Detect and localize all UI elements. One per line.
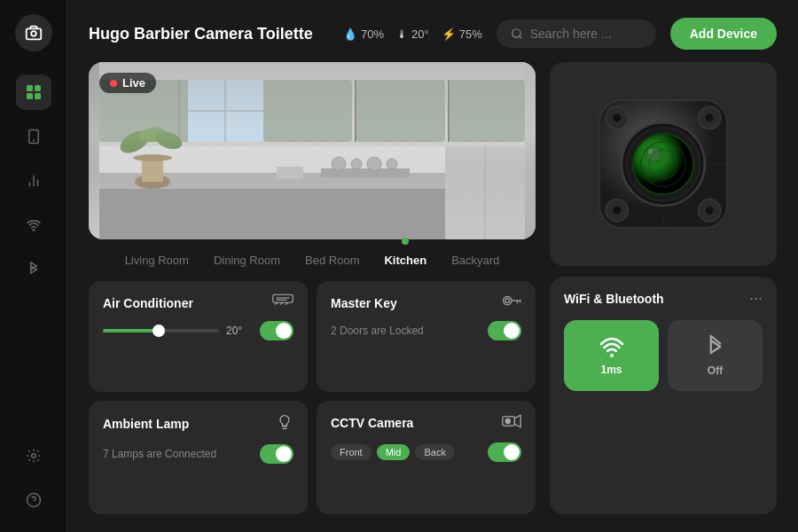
svg-marker-59 (514, 415, 520, 427)
search-input[interactable] (530, 27, 637, 41)
air-conditioner-icon (272, 293, 293, 312)
ac-slider-fill (103, 329, 155, 332)
svg-point-81 (610, 354, 614, 357)
ac-slider-track[interactable] (103, 329, 219, 332)
cctv-tags: Front Mid Back (331, 444, 455, 460)
svg-point-66 (613, 113, 621, 121)
ac-slider-row: 20° (103, 321, 293, 340)
tab-living-room[interactable]: Living Room (125, 250, 189, 270)
sidebar (0, 0, 67, 532)
air-conditioner-card: Air Conditioner (89, 281, 308, 392)
ambient-lamp-card: Ambient Lamp 7 Lamps are Connected (89, 401, 308, 515)
cctv-camera-card: CCTV Camera Front Mid (317, 401, 536, 515)
tab-dining-room[interactable]: Dining Room (214, 250, 280, 270)
add-device-button[interactable]: Add Device (670, 18, 777, 50)
air-conditioner-name: Air Conditioner (103, 296, 193, 310)
sidebar-item-charts[interactable] (16, 163, 51, 199)
tab-backyard[interactable]: Backyard (451, 250, 499, 270)
cctv-camera-header: CCTV Camera (331, 413, 521, 434)
svg-point-52 (505, 299, 510, 303)
camera-display (550, 62, 777, 266)
video-feed: Live (89, 62, 536, 239)
ac-slider-thumb[interactable] (153, 325, 165, 337)
temp-value: 20° (411, 27, 429, 41)
left-panel: Live Living Room Dining Room Bed Room Ki… (89, 62, 536, 514)
humidity-icon: 💧 (343, 27, 357, 41)
wifi-bt-title: WiFi & Bluetooth (564, 292, 664, 306)
search-icon (511, 27, 523, 40)
cctv-tag-front[interactable]: Front (331, 444, 372, 460)
sidebar-logo (15, 14, 52, 51)
sidebar-item-bluetooth[interactable] (16, 252, 51, 287)
ambient-lamp-header: Ambient Lamp (103, 413, 293, 435)
cctv-tag-back[interactable]: Back (415, 444, 454, 460)
temp-stat: 🌡 20° (396, 27, 429, 41)
master-key-toggle[interactable] (488, 321, 521, 340)
svg-rect-5 (35, 93, 41, 99)
ambient-lamp-icon (276, 413, 293, 435)
svg-point-11 (33, 230, 35, 231)
wifi-bt-header: WiFi & Bluetooth ··· (564, 289, 763, 308)
battery-stat: ⚡ 75% (442, 27, 482, 41)
sidebar-item-help[interactable] (16, 482, 51, 518)
humidity-value: 70% (361, 27, 384, 41)
ambient-lamp-status-row: 7 Lamps are Connected (103, 444, 293, 464)
sidebar-item-grid[interactable] (16, 74, 51, 110)
right-panel: WiFi & Bluetooth ··· 1ms (550, 62, 777, 514)
tab-kitchen[interactable]: Kitchen (384, 250, 426, 270)
master-key-name: Master Key (331, 296, 397, 310)
master-key-status-row: 2 Doors are Locked (331, 321, 521, 340)
master-key-card: Master Key 2 Doors are Lo (317, 281, 536, 392)
cctv-camera-icon (502, 413, 521, 434)
ambient-lamp-status: 7 Lamps are Connected (103, 448, 216, 460)
svg-point-69 (706, 207, 714, 215)
svg-point-14 (512, 29, 520, 37)
svg-point-12 (31, 454, 35, 458)
bluetooth-button[interactable]: Off (668, 320, 763, 391)
battery-value: 75% (459, 27, 482, 41)
wifi-label: 1ms (600, 364, 622, 376)
content-area: Live Living Room Dining Room Bed Room Ki… (89, 62, 777, 514)
wifi-bt-buttons: 1ms Off (564, 320, 763, 391)
cctv-camera-name: CCTV Camera (331, 416, 413, 430)
wifi-icon (598, 335, 626, 358)
svg-point-68 (613, 207, 621, 215)
svg-line-15 (519, 36, 521, 39)
ac-toggle[interactable] (260, 321, 293, 340)
page-title: Hugo Barbier Camera Toilette (89, 25, 329, 43)
video-background: Live (89, 62, 536, 239)
dots-menu-icon[interactable]: ··· (749, 289, 763, 308)
sidebar-item-devices[interactable] (16, 119, 51, 154)
camera-3d-svg (583, 84, 743, 244)
live-badge: Live (99, 73, 156, 93)
air-conditioner-header: Air Conditioner (103, 293, 293, 312)
humidity-stat: 💧 70% (343, 27, 384, 41)
video-overlay (89, 62, 536, 239)
search-bar[interactable] (497, 20, 656, 48)
main-content: Hugo Barbier Camera Toilette 💧 70% 🌡 20°… (67, 0, 798, 532)
room-tabs: Living Room Dining Room Bed Room Kitchen… (89, 250, 536, 270)
cctv-toggle[interactable] (488, 442, 521, 462)
cctv-tag-mid[interactable]: Mid (377, 444, 411, 460)
svg-point-1 (31, 31, 36, 36)
svg-rect-0 (26, 28, 41, 39)
bluetooth-label: Off (708, 364, 723, 377)
svg-point-76 (648, 149, 653, 153)
svg-rect-2 (27, 85, 33, 91)
tab-bed-room[interactable]: Bed Room (305, 250, 359, 270)
master-key-status: 2 Doors are Locked (331, 325, 424, 337)
cctv-camera-status-row: Front Mid Back (331, 442, 521, 462)
live-indicator (110, 80, 117, 87)
wifi-button[interactable]: 1ms (564, 320, 659, 391)
temp-icon: 🌡 (396, 27, 408, 41)
sidebar-item-settings[interactable] (16, 438, 51, 473)
stats-bar: 💧 70% 🌡 20° ⚡ 75% (343, 27, 482, 41)
ac-temp-value: 20° (226, 325, 253, 337)
battery-icon: ⚡ (442, 27, 456, 41)
ambient-lamp-toggle[interactable] (260, 444, 293, 464)
svg-point-60 (505, 419, 510, 423)
svg-rect-3 (35, 85, 41, 91)
sidebar-item-wifi[interactable] (16, 207, 51, 243)
svg-rect-45 (273, 294, 293, 302)
topbar: Hugo Barbier Camera Toilette 💧 70% 🌡 20°… (89, 18, 777, 50)
